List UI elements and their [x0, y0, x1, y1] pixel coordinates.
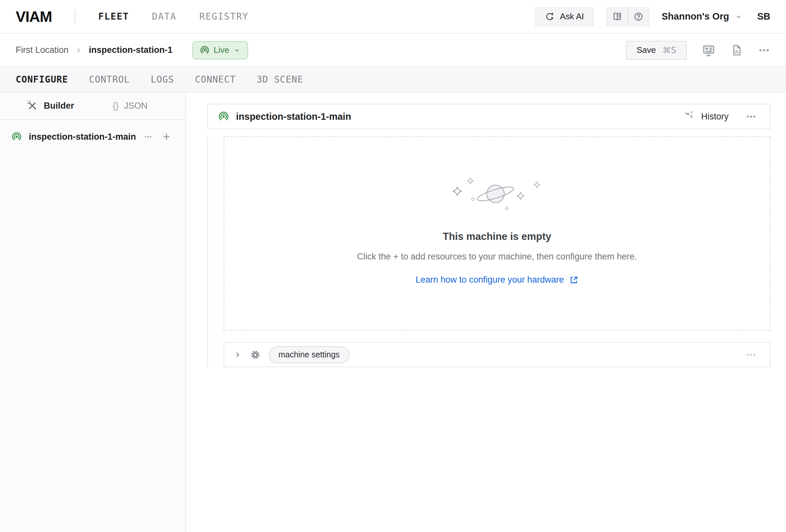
machine-part-icon: [218, 111, 229, 122]
configure-main-panel: inspection-station-1-main History: [186, 92, 786, 532]
machine-part-item[interactable]: inspection-station-1-main: [0, 128, 185, 146]
documentation-book-icon[interactable]: [607, 8, 628, 25]
braces-icon: {}: [113, 100, 119, 111]
tab-3d-scene[interactable]: 3D SCENE: [257, 74, 303, 85]
logo-divider: [75, 9, 75, 24]
history-clock-icon: [686, 111, 696, 122]
editor-mode-toggle: Builder {} JSON: [0, 92, 185, 120]
configure-content: Builder {} JSON inspection-station-1-mai…: [0, 92, 786, 532]
org-switcher[interactable]: Shannon's Org: [662, 11, 742, 22]
chevron-down-icon: [735, 13, 742, 20]
viam-logo[interactable]: VIAM: [16, 8, 52, 25]
machine-toolbar: First Location inspection-station-1 Live: [0, 33, 786, 67]
chevron-down-icon: [234, 47, 240, 53]
tools-icon: [27, 101, 37, 111]
help-resources-group: [606, 7, 649, 26]
part-menu-icon[interactable]: [745, 111, 757, 122]
save-shortcut: ⌘S: [662, 45, 676, 55]
tab-configure[interactable]: CONFIGURE: [16, 74, 68, 85]
logs-report-icon[interactable]: [731, 44, 743, 56]
learn-hardware-link[interactable]: Learn how to configure your hardware: [416, 275, 578, 285]
ask-ai-label: Ask AI: [560, 11, 584, 22]
json-mode-tab[interactable]: {} JSON: [113, 100, 147, 111]
gear-icon: [250, 349, 261, 360]
breadcrumb-location[interactable]: First Location: [16, 45, 69, 55]
save-label: Save: [637, 45, 656, 55]
top-bar: VIAM FLEET DATA REGISTRY Ask AI: [0, 0, 786, 33]
part-tree-line: [207, 137, 208, 367]
history-label: History: [701, 112, 729, 122]
status-badge-live[interactable]: Live: [192, 41, 248, 60]
nav-item-data[interactable]: DATA: [152, 11, 176, 22]
control-monitor-icon[interactable]: [702, 43, 716, 57]
save-button[interactable]: Save ⌘S: [626, 41, 687, 60]
json-label: JSON: [124, 101, 147, 111]
settings-menu-icon[interactable]: [745, 349, 757, 360]
tab-control[interactable]: CONTROL: [89, 74, 130, 85]
ask-ai-button[interactable]: Ask AI: [535, 7, 594, 26]
machine-part-label: inspection-station-1-main: [29, 132, 136, 142]
status-label: Live: [214, 45, 229, 55]
part-title: inspection-station-1-main: [236, 111, 351, 122]
help-question-icon[interactable]: [628, 8, 649, 25]
nav-item-registry[interactable]: REGISTRY: [200, 11, 249, 22]
builder-label: Builder: [44, 101, 74, 111]
builder-mode-tab[interactable]: Builder: [27, 101, 74, 111]
breadcrumb: First Location inspection-station-1 Live: [16, 41, 248, 60]
org-name: Shannon's Org: [662, 11, 729, 22]
machine-name: inspection-station-1: [89, 45, 173, 55]
overflow-menu-icon[interactable]: [758, 44, 770, 56]
planet-sparkles-illustration: [452, 176, 543, 214]
machine-settings-pill[interactable]: machine settings: [269, 346, 350, 363]
tab-connect[interactable]: CONNECT: [195, 74, 236, 85]
primary-nav: FLEET DATA REGISTRY: [98, 11, 249, 22]
machine-settings-row: machine settings: [224, 342, 770, 367]
empty-state-title: This machine is empty: [443, 231, 551, 242]
machine-tabs: CONFIGURE CONTROL LOGS CONNECT 3D SCENE: [0, 67, 786, 92]
add-resource-icon[interactable]: [162, 132, 171, 142]
machine-part-icon: [12, 132, 22, 142]
machine-broadcast-icon: [200, 46, 209, 55]
part-options-icon[interactable]: [143, 132, 153, 142]
part-header-card: inspection-station-1-main History: [207, 104, 770, 129]
nav-item-fleet[interactable]: FLEET: [98, 11, 129, 22]
chevron-right-icon: [75, 47, 82, 54]
avatar[interactable]: SB: [757, 11, 770, 22]
ask-ai-sparkle-icon: [545, 12, 555, 22]
external-link-icon: [569, 275, 578, 285]
empty-state-description: Click the + to add resources to your mac…: [357, 252, 637, 262]
learn-link-label: Learn how to configure your hardware: [416, 275, 564, 285]
empty-machine-dropzone: This machine is empty Click the + to add…: [224, 136, 770, 331]
tab-logs[interactable]: LOGS: [151, 74, 174, 85]
expand-chevron-icon[interactable]: [233, 350, 242, 359]
history-button[interactable]: History: [686, 111, 729, 122]
configure-sidebar: Builder {} JSON inspection-station-1-mai…: [0, 92, 186, 532]
